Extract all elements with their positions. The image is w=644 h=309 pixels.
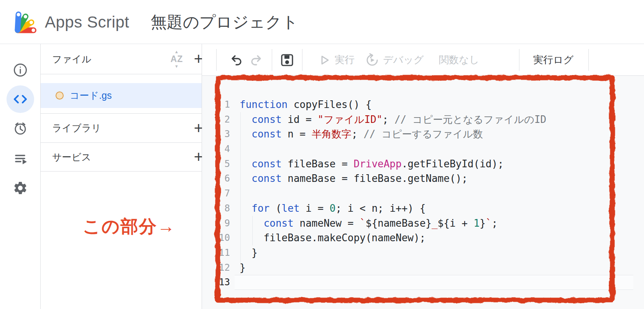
line-number: 1 bbox=[202, 97, 230, 112]
annotation-this-part: この部分→ bbox=[83, 215, 176, 239]
file-item-code-gs[interactable]: コード.gs bbox=[41, 83, 202, 108]
redo-button[interactable] bbox=[248, 44, 265, 76]
services-row: サービス + bbox=[41, 143, 202, 172]
libraries-row: ライブラリ + bbox=[41, 114, 202, 143]
code-line[interactable]: const fileBase = DriveApp.getFileById(id… bbox=[240, 157, 644, 172]
line-number: 8 bbox=[202, 201, 230, 216]
code-line[interactable]: const nameBase = fileBase.getName(); bbox=[240, 171, 644, 186]
code-line[interactable]: } bbox=[240, 245, 644, 260]
line-number: 6 bbox=[202, 171, 230, 186]
divider bbox=[588, 49, 589, 71]
left-rail bbox=[0, 44, 41, 309]
execution-log-button[interactable]: 実行ログ bbox=[533, 44, 573, 76]
line-number: 5 bbox=[202, 157, 230, 172]
undo-button[interactable] bbox=[227, 44, 244, 76]
save-button[interactable] bbox=[279, 44, 296, 76]
triggers-clock-icon[interactable] bbox=[13, 121, 28, 136]
function-select-label: 関数なし bbox=[439, 53, 479, 67]
run-button[interactable]: 実行 bbox=[317, 44, 355, 76]
code-line[interactable]: function copyFiles() { bbox=[240, 97, 644, 112]
code-line[interactable] bbox=[240, 186, 644, 201]
line-number: 11 bbox=[202, 245, 230, 260]
app-name: Apps Script bbox=[45, 0, 129, 44]
line-number: 7 bbox=[202, 186, 230, 201]
executions-list-icon[interactable] bbox=[13, 151, 28, 167]
code-line[interactable]: const nameNew = `${nameBase}_${i + 1}`; bbox=[240, 216, 644, 231]
debug-button-label: デバッグ bbox=[383, 53, 424, 67]
az-sort-icon[interactable]: ▲ AZ ▼ bbox=[167, 49, 186, 69]
line-number: 9 bbox=[202, 216, 230, 231]
line-number: 3 bbox=[202, 127, 230, 142]
line-number-gutter: 12345678910111213 bbox=[202, 97, 230, 290]
file-item-label: コード.gs bbox=[70, 83, 112, 108]
settings-gear-icon[interactable] bbox=[13, 180, 28, 196]
editor-pane: 実行 デバッグ 関数なし 実行ログ 1 bbox=[202, 44, 644, 309]
function-select[interactable]: 関数なし bbox=[439, 44, 479, 76]
files-header: ファイル ▲ AZ ▼ + bbox=[41, 44, 202, 74]
run-button-label: 実行 bbox=[335, 53, 355, 67]
editor-code-icon[interactable] bbox=[13, 92, 28, 107]
editor-toolbar: 実行 デバッグ 関数なし 実行ログ bbox=[202, 44, 644, 76]
sort-up-arrow-icon: ▲ bbox=[174, 49, 179, 54]
code-line[interactable] bbox=[240, 275, 644, 290]
code-line[interactable]: } bbox=[240, 260, 644, 275]
code-line[interactable]: const id = "ファイルID"; // コピー元となるファイルのID bbox=[240, 112, 644, 127]
code-line[interactable] bbox=[240, 142, 644, 157]
apps-script-ide: Apps Script 無題のプロジェクト bbox=[0, 0, 644, 309]
unsaved-dot-icon bbox=[56, 92, 64, 100]
file-panel: ファイル ▲ AZ ▼ + コード.gs ライブラリ + サービス + この部分… bbox=[41, 44, 202, 309]
divider bbox=[302, 49, 302, 71]
line-number: 2 bbox=[202, 112, 230, 127]
debug-button[interactable]: デバッグ bbox=[365, 44, 424, 76]
code-line[interactable]: fileBase.makeCopy(nameNew); bbox=[240, 231, 644, 245]
code-line[interactable]: for (let i = 0; i < n; i++) { bbox=[240, 201, 644, 216]
line-number: 10 bbox=[202, 231, 230, 245]
libraries-label: ライブラリ bbox=[52, 114, 101, 142]
services-label: サービス bbox=[52, 143, 91, 171]
line-number: 13 bbox=[202, 275, 230, 290]
files-header-label: ファイル bbox=[52, 44, 91, 74]
code-line[interactable]: const n = 半角数字; // コピーするファイル数 bbox=[240, 127, 644, 142]
line-number: 4 bbox=[202, 142, 230, 157]
divider bbox=[216, 49, 217, 71]
execution-log-label: 実行ログ bbox=[533, 53, 573, 67]
divider bbox=[272, 49, 272, 71]
project-title[interactable]: 無題のプロジェクト bbox=[151, 0, 298, 44]
overview-info-icon[interactable] bbox=[13, 62, 28, 78]
divider bbox=[519, 49, 519, 71]
apps-script-logo-icon bbox=[14, 8, 40, 36]
code-lines: function copyFiles() { const id = "ファイルI… bbox=[240, 97, 644, 290]
header: Apps Script 無題のプロジェクト bbox=[0, 0, 644, 44]
line-number: 12 bbox=[202, 260, 230, 275]
sort-down-arrow-icon: ▼ bbox=[174, 64, 179, 69]
code-editor[interactable]: 12345678910111213 function copyFiles() {… bbox=[202, 76, 644, 309]
